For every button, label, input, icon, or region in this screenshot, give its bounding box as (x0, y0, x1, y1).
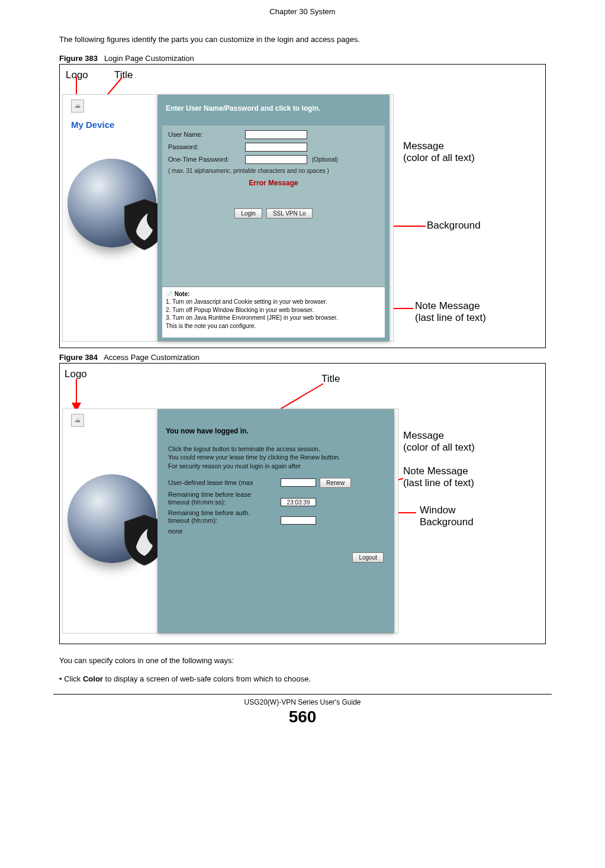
lease-label: User-defined lease time (max (168, 479, 281, 486)
ssl-vpn-button[interactable]: SSL VPN Lo (266, 208, 313, 218)
access-desc-1: Click the logout button to terminate the… (168, 445, 384, 454)
annot-message-line1: Message (403, 140, 444, 152)
annot-logo-2: Logo (65, 368, 87, 380)
annot-window-l2: Background (420, 516, 474, 528)
note-line-3: 3. Turn on Java Runtime Environment (JRE… (166, 314, 381, 322)
figure-title: Login Page Customization (104, 54, 194, 63)
annot-message-2-l2: (color of all text) (403, 442, 475, 453)
otp-optional: (Optional) (312, 156, 338, 163)
annot-title: Title (114, 69, 133, 81)
remain-auth-label: Remaining time before auth. (168, 509, 281, 516)
row-username: User Name: (168, 130, 379, 139)
figure-384-box: Logo Title Message (color of all text) N… (59, 363, 546, 644)
note-header: Note: (166, 290, 381, 298)
figure-num: Figure 383 (59, 54, 98, 63)
access-screenshot: You now have logged in. Click the logout… (62, 409, 398, 634)
annot-logo: Logo (66, 69, 88, 81)
page-number: 560 (0, 708, 605, 726)
renew-button[interactable]: Renew (320, 478, 351, 488)
password-label: Password: (168, 143, 245, 150)
annot-message-2: Message (color of all text) (403, 430, 475, 454)
logo-icon (71, 99, 84, 112)
figure-num-384: Figure 384 (59, 353, 98, 362)
annot-message-line2: (color of all text) (403, 152, 475, 163)
globe-shield-icon (67, 159, 156, 247)
login-screenshot: My Device Enter User Name/Password and c… (62, 94, 394, 342)
row-password: Password: (168, 143, 379, 152)
row-none: none (168, 528, 384, 535)
note-line-4: This is the note you can configure. (166, 322, 381, 330)
row-remain-auth-2: timeout (hh:mm): (168, 516, 384, 525)
logo-icon-2 (71, 414, 84, 427)
bullet-color: • Click Color to display a screen of web… (59, 674, 546, 683)
note-area: Note: 1. Turn on Javascript and Cookie s… (162, 287, 385, 337)
annot-window-bg: Window Background (420, 504, 474, 529)
char-limit-note: ( max. 31 alphanumeric, printable charac… (168, 168, 379, 174)
error-message: Error Message (168, 179, 379, 187)
annot-note-2-l1: Note Message (403, 465, 468, 477)
lease-input[interactable] (281, 478, 316, 487)
none-text: none (168, 528, 281, 535)
row-remain-lease-1: Remaining time before lease (168, 491, 384, 498)
access-form-area: Click the logout button to terminate the… (162, 440, 390, 628)
bullet-bold: Color (83, 674, 103, 683)
username-label: User Name: (168, 131, 245, 138)
intro-paragraph: The following figures identify the parts… (59, 34, 546, 46)
footer-guide: USG20(W)-VPN Series User's Guide (0, 695, 605, 706)
annot-message-2-l1: Message (403, 430, 444, 441)
otp-label: One-Time Password: (168, 156, 245, 163)
annot-title-2: Title (321, 373, 340, 385)
timeout-hms-label: timeout (hh:mm:ss): (168, 499, 281, 506)
annot-note-2-l2: (last line of text) (403, 477, 474, 488)
colorways-paragraph: You can specify colors in one of the fol… (59, 655, 546, 667)
globe-shield-icon-2 (67, 474, 156, 563)
bullet-prefix: • Click (59, 674, 83, 683)
logout-button[interactable]: Logout (352, 552, 384, 562)
figure-383-caption: Figure 383 Login Page Customization (59, 54, 546, 63)
timeout-hms2-label: timeout (hh:mm): (168, 517, 281, 524)
figure-title-384: Access Page Customization (104, 353, 199, 362)
annot-note-line1: Note Message (415, 300, 480, 311)
annot-note-message-2: Note Message (last line of text) (403, 465, 474, 490)
arrow-logo-2 (70, 379, 82, 412)
login-panel: Enter User Name/Password and click to lo… (157, 95, 390, 341)
row-lease-time: User-defined lease time (max Renew (168, 478, 384, 488)
annot-window-l1: Window (420, 504, 455, 516)
username-input[interactable] (245, 130, 307, 139)
note-line-2: 2. Turn off Popup Window Blocking in you… (166, 306, 381, 314)
access-heading: You now have logged in. (166, 427, 249, 435)
annot-note-line2: (last line of text) (415, 312, 486, 323)
figure-384-caption: Figure 384 Access Page Customization (59, 353, 546, 362)
annot-message: Message (color of all text) (403, 140, 475, 165)
remain-lease-value: 23:03:39 (281, 498, 316, 506)
access-panel: You now have logged in. Click the logout… (157, 409, 394, 633)
password-input[interactable] (245, 143, 307, 152)
login-heading: Enter User Name/Password and click to lo… (166, 104, 320, 112)
figure-383-box: Logo Title Message (color of all text) B… (59, 64, 546, 348)
annot-note-message: Note Message (last line of text) (415, 300, 486, 324)
device-title: My Device (71, 120, 114, 130)
chapter-header: Chapter 30 System (0, 0, 605, 27)
remain-auth-input[interactable] (281, 516, 316, 525)
row-otp: One-Time Password: (Optional) (168, 155, 379, 164)
annot-background: Background (427, 220, 481, 232)
remain-lease-label: Remaining time before lease (168, 491, 281, 498)
bullet-suffix: to display a screen of web-safe colors f… (103, 674, 311, 683)
login-button[interactable]: Login (234, 208, 262, 218)
otp-input[interactable] (245, 155, 307, 164)
access-desc-3: For security reason you must login in ag… (168, 462, 384, 471)
row-remain-lease-2: timeout (hh:mm:ss): 23:03:39 (168, 498, 384, 506)
note-line-1: 1. Turn on Javascript and Cookie setting… (166, 298, 381, 306)
row-remain-auth-1: Remaining time before auth. (168, 509, 384, 516)
access-desc-2: You could renew your lease time by click… (168, 453, 384, 462)
